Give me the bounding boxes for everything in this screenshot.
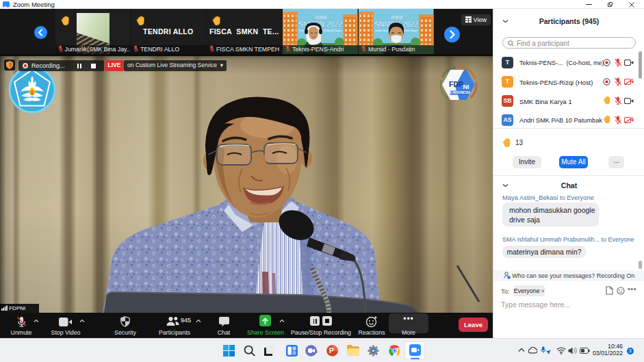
svg-text:⬡ ⬡ ⬡: ⬡ ⬡ ⬡ [315,15,327,19]
svg-text:P: P [329,346,334,354]
svg-text:⬡ ⬡ ⬡: ⬡ ⬡ ⬡ [391,15,403,19]
svg-text:NI: NI [463,83,469,90]
svg-text:FDP: FDP [449,80,463,88]
svg-text:SE-INDONESIA: SE-INDONESIA [448,91,471,94]
